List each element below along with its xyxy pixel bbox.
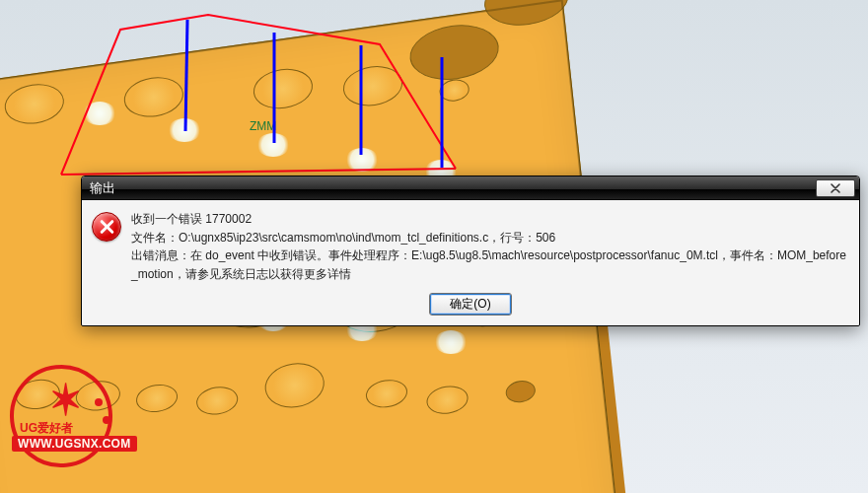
error-heading: 收到一个错误 1770002	[131, 210, 847, 229]
dialog-titlebar[interactable]: 输出	[82, 176, 859, 200]
close-icon	[830, 183, 841, 193]
error-dialog: 输出 收到一个错误 1770002 文件名：O:\ugnx85\ip23\src…	[81, 176, 860, 326]
ok-button[interactable]: 确定(O)	[429, 293, 512, 316]
error-message-block: 收到一个错误 1770002 文件名：O:\ugnx85\ip23\src\ca…	[131, 210, 847, 283]
dialog-title: 输出	[90, 179, 115, 197]
close-button[interactable]	[816, 179, 855, 197]
dialog-button-row: 确定(O)	[82, 287, 859, 325]
error-message-line: 出错消息：在 do_event 中收到错误。事件处理程序：E:\ug8.5\ug…	[131, 246, 847, 283]
dialog-body: 收到一个错误 1770002 文件名：O:\ugnx85\ip23\src\ca…	[82, 200, 859, 287]
error-icon	[92, 212, 121, 242]
error-filename-line: 文件名：O:\ugnx85\ip23\src\camsmom\no\ind\mo…	[131, 229, 847, 247]
